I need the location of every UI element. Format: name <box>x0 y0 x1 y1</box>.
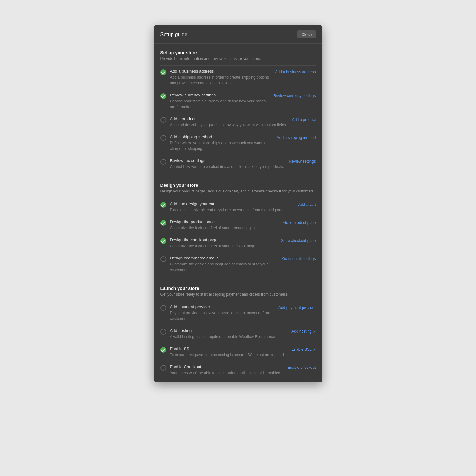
task-action-business-address[interactable]: Add a business address <box>275 69 316 75</box>
task-content-payment-provider: Add payment providerPayment providers al… <box>170 304 275 322</box>
task-name-add-product: Add a product <box>170 116 288 121</box>
task-item-ecommerce-emails: Design ecommerce emailsCustomize the des… <box>160 252 316 276</box>
section-desc-design: Design your product pages, add a custom … <box>160 189 316 193</box>
task-action-enable-checkout[interactable]: Enable checkout <box>288 364 316 370</box>
task-link-enable-ssl[interactable]: Enable SSL ↗ <box>291 347 316 352</box>
task-detail-add-cart: Place a customizable cart anywhere on yo… <box>170 207 295 213</box>
task-link-add-product[interactable]: Add a product <box>292 117 316 122</box>
task-detail-checkout-page: Customize the look and feel of your chec… <box>170 243 277 249</box>
section-title-setup: Set up your store <box>160 50 316 55</box>
task-content-tax-settings: Review tax settingsControl how your stor… <box>170 158 285 170</box>
task-link-hosting[interactable]: Add hosting ↗ <box>291 329 316 334</box>
checked-icon <box>160 238 166 244</box>
task-content-business-address: Add a business addressAdd a business add… <box>170 69 271 86</box>
task-item-product-page: Design the product pageCustomize the loo… <box>160 216 316 234</box>
task-content-checkout-page: Design the checkout pageCustomize the lo… <box>170 238 277 249</box>
section-design: Design your storeDesign your product pag… <box>154 176 322 279</box>
task-link-add-cart[interactable]: Add a cart <box>298 202 316 207</box>
task-detail-ecommerce-emails: Customize the design and language of ema… <box>170 261 278 273</box>
unchecked-icon <box>160 305 166 311</box>
close-button[interactable]: Close <box>297 30 316 38</box>
task-link-tax-settings[interactable]: Review settings <box>289 159 316 164</box>
external-link-icon: ↗ <box>312 348 316 351</box>
checked-icon <box>160 347 166 353</box>
task-detail-payment-provider: Payment providers allow your store to ac… <box>170 310 275 322</box>
task-item-payment-provider: Add payment providerPayment providers al… <box>160 301 316 325</box>
sections-container: Set up your storeProvide basic informati… <box>154 44 322 382</box>
task-detail-enable-checkout: Your users won't be able to place orders… <box>170 370 284 376</box>
task-name-checkout-page: Design the checkout page <box>170 238 277 242</box>
unchecked-icon <box>160 365 166 371</box>
external-link-icon: ↗ <box>312 330 316 333</box>
task-detail-currency-settings: Choose your store's currency and define … <box>170 98 270 110</box>
checked-icon <box>160 220 166 226</box>
task-action-tax-settings[interactable]: Review settings <box>289 158 316 164</box>
task-action-add-product[interactable]: Add a product <box>292 116 316 122</box>
task-item-checkout-page: Design the checkout pageCustomize the lo… <box>160 234 316 252</box>
unchecked-icon <box>160 329 166 335</box>
task-item-shipping-method: Add a shipping methodDefine where your s… <box>160 131 316 155</box>
task-name-hosting: Add hosting <box>170 328 288 333</box>
section-setup: Set up your storeProvide basic informati… <box>154 44 322 176</box>
unchecked-icon <box>160 159 166 165</box>
task-link-currency-settings[interactable]: Review currency settings <box>273 94 316 98</box>
task-name-tax-settings: Review tax settings <box>170 158 285 163</box>
task-content-ecommerce-emails: Design ecommerce emailsCustomize the des… <box>170 256 278 273</box>
task-link-ecommerce-emails[interactable]: Go to email settings <box>282 257 316 261</box>
task-name-product-page: Design the product page <box>170 219 279 224</box>
section-title-design: Design your store <box>160 183 316 188</box>
task-action-checkout-page[interactable]: Go to checkout page <box>281 238 316 243</box>
task-action-hosting[interactable]: Add hosting ↗ <box>291 328 316 334</box>
task-name-currency-settings: Review currency settings <box>170 93 270 97</box>
section-desc-setup: Provide basic information and review set… <box>160 56 316 61</box>
checked-icon <box>160 69 166 75</box>
task-item-currency-settings: Review currency settingsChoose your stor… <box>160 89 316 113</box>
task-item-hosting: Add hostingA valid hosting plan is requi… <box>160 325 316 343</box>
setup-guide-modal: Setup guide Close Set up your storeProvi… <box>154 25 322 382</box>
task-content-enable-ssl: Enable SSLTo ensure that payment process… <box>170 346 288 358</box>
task-action-product-page[interactable]: Go to product page <box>283 219 316 225</box>
task-content-hosting: Add hostingA valid hosting plan is requi… <box>170 328 288 340</box>
task-detail-add-product: Add and describe your products any way y… <box>170 122 288 128</box>
task-link-business-address[interactable]: Add a business address <box>275 70 316 74</box>
task-content-enable-checkout: Enable CheckoutYour users won't be able … <box>170 364 284 376</box>
task-action-enable-ssl[interactable]: Enable SSL ↗ <box>291 346 316 352</box>
checked-icon <box>160 93 166 99</box>
task-name-shipping-method: Add a shipping method <box>170 134 273 139</box>
task-item-add-cart: Add and design your cartPlace a customiz… <box>160 198 316 216</box>
task-item-add-product: Add a productAdd and describe your produ… <box>160 113 316 131</box>
task-name-enable-checkout: Enable Checkout <box>170 364 284 369</box>
checked-icon <box>160 202 166 208</box>
task-link-checkout-page[interactable]: Go to checkout page <box>281 238 316 243</box>
task-action-add-cart[interactable]: Add a cart <box>298 201 316 207</box>
task-action-shipping-method[interactable]: Add a shipping method <box>277 134 316 140</box>
task-action-currency-settings[interactable]: Review currency settings <box>273 93 316 98</box>
task-name-enable-ssl: Enable SSL <box>170 346 288 351</box>
task-name-add-cart: Add and design your cart <box>170 201 295 206</box>
task-item-tax-settings: Review tax settingsControl how your stor… <box>160 155 316 173</box>
task-detail-business-address: Add a business address in order to creat… <box>170 75 271 86</box>
task-action-payment-provider[interactable]: Add payment provider <box>278 304 316 310</box>
task-content-add-product: Add a productAdd and describe your produ… <box>170 116 288 128</box>
task-name-business-address: Add a business address <box>170 69 271 74</box>
task-content-add-cart: Add and design your cartPlace a customiz… <box>170 201 295 213</box>
task-detail-enable-ssl: To ensure that payment processing is sec… <box>170 352 288 358</box>
task-content-currency-settings: Review currency settingsChoose your stor… <box>170 93 270 110</box>
task-link-enable-checkout[interactable]: Enable checkout <box>288 365 316 370</box>
unchecked-icon <box>160 117 166 123</box>
modal-title: Setup guide <box>160 32 187 37</box>
task-item-enable-checkout: Enable CheckoutYour users won't be able … <box>160 361 316 379</box>
modal-header: Setup guide Close <box>154 25 322 44</box>
task-link-product-page[interactable]: Go to product page <box>283 220 316 225</box>
unchecked-icon <box>160 135 166 141</box>
task-name-payment-provider: Add payment provider <box>170 304 275 309</box>
task-link-shipping-method[interactable]: Add a shipping method <box>277 135 316 140</box>
task-item-enable-ssl: Enable SSLTo ensure that payment process… <box>160 343 316 361</box>
task-detail-product-page: Customize the look and feel of your prod… <box>170 225 279 231</box>
task-action-ecommerce-emails[interactable]: Go to email settings <box>282 256 316 261</box>
task-name-ecommerce-emails: Design ecommerce emails <box>170 256 278 260</box>
section-title-launch: Launch your store <box>160 286 316 291</box>
task-link-payment-provider[interactable]: Add payment provider <box>278 305 316 310</box>
task-detail-shipping-method: Define where your store ships and how mu… <box>170 140 273 152</box>
task-content-shipping-method: Add a shipping methodDefine where your s… <box>170 134 273 152</box>
